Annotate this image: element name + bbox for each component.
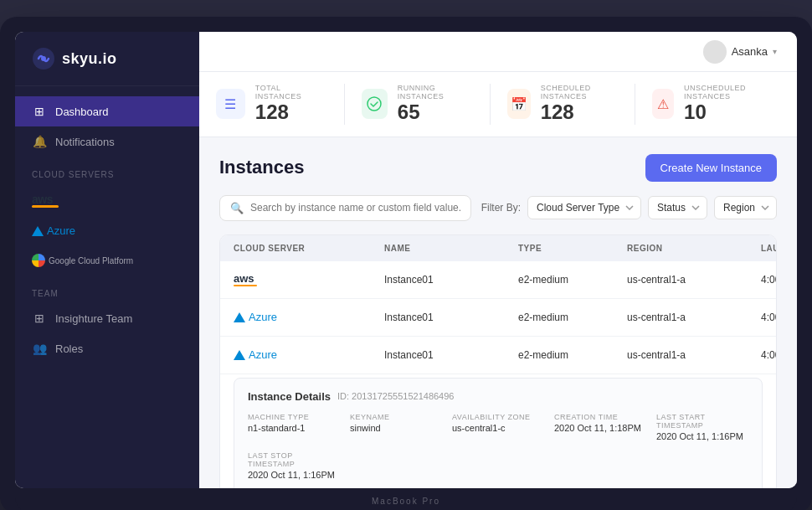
stats-bar: ☰ TOTAL INSTANCES 128 RUNNING INSTANCES … xyxy=(199,72,797,137)
th-name: NAME xyxy=(384,244,518,253)
total-label: TOTAL INSTANCES xyxy=(255,84,327,100)
cloud-section-label: CLOUD SERVERS xyxy=(15,157,199,184)
unscheduled-icon: ⚠ xyxy=(652,89,674,119)
detail-title: Instance Details xyxy=(248,390,331,403)
sidebar-item-roles[interactable]: 👥 Roles xyxy=(15,333,199,363)
instance-launchtime: 4:00:00 PM xyxy=(761,312,777,323)
instance-region: us-central1-a xyxy=(627,349,761,361)
laptop-chin: MacBook Pro xyxy=(15,488,797,510)
instance-name: Instance01 xyxy=(384,312,518,323)
cloud-cell: aws xyxy=(234,272,384,286)
field-label: MACHINE TYPE xyxy=(248,413,340,421)
field-label: KEYNAME xyxy=(350,413,442,421)
status-filter[interactable]: Status xyxy=(648,196,707,219)
topbar: Asanka ▾ xyxy=(199,32,797,72)
instance-type: e2-medium xyxy=(518,274,627,286)
region-filter[interactable]: Region xyxy=(714,196,777,219)
cloud-cell: Azure xyxy=(234,311,384,323)
table-header: CLOUD SERVER NAME TYPE REGION LAUNCHTIME… xyxy=(220,235,776,261)
sidebar-logo: skyu.io xyxy=(15,32,199,86)
aws-logo-small: aws xyxy=(234,272,257,286)
stat-unscheduled: ⚠ UNSCHEDULED INSTANCES 10 xyxy=(635,84,780,125)
sidebar-item-notifications[interactable]: 🔔 Notifications xyxy=(15,126,199,157)
th-cloud: CLOUD SERVER xyxy=(234,244,384,253)
instance-region: us-central1-a xyxy=(627,312,761,323)
sidebar-item-label: Notifications xyxy=(55,136,115,148)
th-type: TYPE xyxy=(518,244,627,253)
scheduled-value: 128 xyxy=(541,100,619,125)
main-content: Instances Create New Instance 🔍 Filter B… xyxy=(199,137,797,488)
sidebar-item-label: Roles xyxy=(55,343,83,355)
field-value: sinwind xyxy=(350,423,442,433)
create-instance-button[interactable]: Create New Instance xyxy=(645,154,777,182)
search-input[interactable] xyxy=(250,202,460,214)
total-value: 128 xyxy=(255,100,327,125)
sidebar-item-team[interactable]: ⊞ Insighture Team xyxy=(15,303,199,333)
scheduled-icon: 📅 xyxy=(507,89,531,119)
detail-id: ID: 20131725551521486496 xyxy=(337,391,454,401)
main-area: Asanka ▾ ☰ TOTAL INSTANCES 128 xyxy=(199,32,797,488)
sidebar-item-azure[interactable]: Azure xyxy=(15,216,199,245)
instance-launchtime: 4:00:00 PM xyxy=(761,274,777,286)
th-region: REGION xyxy=(627,244,761,253)
field-value: 2020 Oct 11, 1:16PM xyxy=(248,470,340,480)
svg-point-2 xyxy=(367,97,381,111)
cloud-cell: Azure xyxy=(234,348,384,361)
logo-text: skyu.io xyxy=(62,50,117,68)
sidebar-item-dashboard[interactable]: ⊞ Dashboard xyxy=(15,96,199,126)
total-icon: ☰ xyxy=(216,89,245,119)
laptop-frame: skyu.io ⊞ Dashboard 🔔 Notifications CLOU… xyxy=(0,17,812,510)
table-row: Azure Instance01 e2-medium us-central1-a… xyxy=(220,299,776,337)
azure-logo-small: Azure xyxy=(234,348,277,361)
logo-icon xyxy=(32,47,55,70)
scheduled-label: SCHEDULED INSTANCES xyxy=(541,84,619,100)
svg-point-1 xyxy=(41,56,46,61)
instances-table: CLOUD SERVER NAME TYPE REGION LAUNCHTIME… xyxy=(219,234,777,488)
instance-name: Instance01 xyxy=(384,349,518,361)
search-icon: 🔍 xyxy=(230,202,244,214)
user-menu[interactable]: Asanka ▾ xyxy=(703,40,777,64)
field-label: LAST START TIMESTAMP xyxy=(656,413,748,430)
filter-group: Filter By: Cloud Server Type Status Regi… xyxy=(481,196,777,219)
field-label: LAST STOP TIMESTAMP xyxy=(248,451,340,468)
field-label: AVAILABILITY ZONE xyxy=(452,413,544,421)
running-icon xyxy=(362,89,388,119)
detail-field: CREATION TIME 2020 Oct 11, 1:18PM xyxy=(554,413,646,441)
user-name: Asanka xyxy=(732,45,768,58)
page-content: Instances Create New Instance 🔍 Filter B… xyxy=(199,137,797,488)
search-wrap: 🔍 xyxy=(219,195,471,221)
filters-row: 🔍 Filter By: Cloud Server Type Status xyxy=(219,195,777,221)
sidebar-item-label: Insighture Team xyxy=(55,312,132,325)
detail-grid: MACHINE TYPE n1-standard-1 KEYNAME sinwi… xyxy=(248,413,748,480)
sidebar-item-gcp[interactable]: Google Cloud Platform xyxy=(15,245,199,276)
screen: skyu.io ⊞ Dashboard 🔔 Notifications CLOU… xyxy=(15,32,797,488)
filter-by-label: Filter By: xyxy=(481,202,521,214)
page-header: Instances Create New Instance xyxy=(219,154,777,182)
field-value: 2020 Oct 11, 1:18PM xyxy=(554,423,646,433)
azure-logo-small: Azure xyxy=(234,311,277,323)
unscheduled-value: 10 xyxy=(684,100,763,125)
stat-running: RUNNING INSTANCES 65 xyxy=(345,84,491,125)
field-value: 2020 Oct 11, 1:16PM xyxy=(656,431,748,441)
detail-field: MACHINE TYPE n1-standard-1 xyxy=(248,413,340,441)
gcp-logo: Google Cloud Platform xyxy=(32,254,133,267)
chevron-down-icon: ▾ xyxy=(773,47,777,56)
sidebar-item-aws[interactable]: aws xyxy=(15,184,199,216)
azure-logo: Azure xyxy=(32,224,75,237)
field-label: CREATION TIME xyxy=(554,413,646,421)
detail-field: AVAILABILITY ZONE us-central1-c xyxy=(452,413,544,441)
stat-scheduled: 📅 SCHEDULED INSTANCES 128 xyxy=(491,84,636,125)
dashboard-icon: ⊞ xyxy=(32,105,47,118)
cloud-server-type-filter[interactable]: Cloud Server Type xyxy=(527,196,641,219)
user-avatar xyxy=(703,40,727,64)
aws-logo: aws xyxy=(32,193,59,208)
sidebar: skyu.io ⊞ Dashboard 🔔 Notifications CLOU… xyxy=(15,32,199,488)
roles-icon: 👥 xyxy=(32,342,47,355)
detail-header: Instance Details ID: 2013172555152148649… xyxy=(248,390,748,403)
table-row: aws Instance01 e2-medium us-central1-a 4… xyxy=(220,261,776,299)
app-container: skyu.io ⊞ Dashboard 🔔 Notifications CLOU… xyxy=(15,32,797,488)
notifications-icon: 🔔 xyxy=(32,135,47,148)
detail-panel: Instance Details ID: 2013172555152148649… xyxy=(234,378,763,488)
team-icon: ⊞ xyxy=(32,312,47,325)
th-launchtime: LAUNCHTIME xyxy=(761,244,777,253)
